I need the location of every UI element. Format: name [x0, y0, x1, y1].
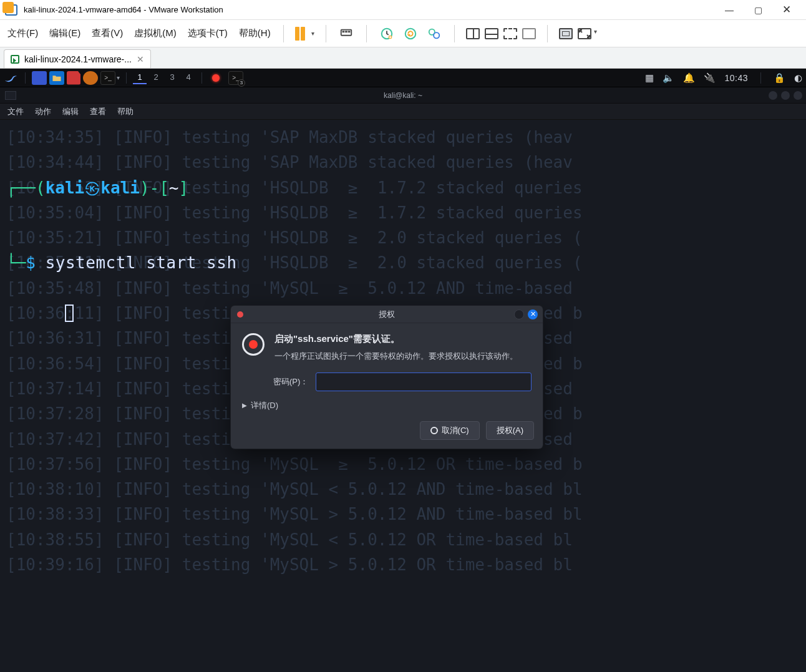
- term-menu-view[interactable]: 查看: [90, 106, 106, 117]
- cancel-button[interactable]: 取消(C): [420, 421, 480, 440]
- prompt-line-2: └─$ systemctl start ssh: [6, 250, 800, 275]
- workspace-1[interactable]: 1: [133, 72, 147, 84]
- workspace-overview-icon[interactable]: ▦: [645, 72, 654, 84]
- volume-icon[interactable]: 🔈: [663, 72, 674, 84]
- lock-icon[interactable]: 🔒: [774, 72, 785, 84]
- kali-panel: >_ ▾ 1 2 3 4 >_ 3 ▦ 🔈 🔔 🔌 10:43 🔒 ◐: [0, 69, 806, 87]
- notifications-icon[interactable]: 🔔: [683, 72, 695, 84]
- terminal-close-button[interactable]: [794, 91, 802, 100]
- send-ctrl-alt-del-button[interactable]: [337, 25, 355, 42]
- toolbar-separator: [283, 25, 284, 42]
- view-unity-button[interactable]: [522, 28, 536, 39]
- cancel-label: 取消(C): [442, 425, 469, 436]
- launcher-terminal[interactable]: >_: [100, 71, 115, 85]
- host-minimize-button[interactable]: —: [715, 0, 744, 20]
- menu-view[interactable]: 查看(V): [90, 25, 124, 42]
- display-toolbar-group: ▾: [559, 28, 597, 39]
- toolbar-separator: [454, 25, 455, 42]
- term-menu-actions[interactable]: 动作: [35, 106, 51, 117]
- svg-rect-1: [342, 31, 344, 32]
- svg-rect-2: [345, 31, 347, 32]
- guest-viewport: >_ ▾ 1 2 3 4 >_ 3 ▦ 🔈 🔔 🔌 10:43 🔒 ◐ kali…: [0, 69, 806, 672]
- dialog-heading: 启动"ssh.service"需要认证。: [274, 333, 518, 345]
- menu-help[interactable]: 帮助(H): [238, 25, 272, 42]
- term-menu-edit[interactable]: 编辑: [62, 106, 79, 117]
- vm-tab-kali[interactable]: kali-linux-2024.1-vmware-... ✕: [4, 49, 151, 68]
- menu-edit[interactable]: 编辑(E): [48, 25, 82, 42]
- launcher-firefox[interactable]: [83, 71, 98, 85]
- terminal-titlebar[interactable]: kali@kali: ~: [0, 87, 806, 104]
- enter-fullscreen-button[interactable]: [559, 28, 573, 39]
- cancel-ring-icon: [430, 427, 438, 434]
- chevron-right-icon: ▶: [242, 402, 247, 409]
- display-dropdown-icon[interactable]: ▾: [594, 28, 597, 39]
- kali-menu-icon[interactable]: [4, 72, 19, 84]
- details-toggle[interactable]: ▶ 详情(D): [231, 394, 543, 417]
- terminal-cursor: [65, 304, 74, 322]
- manage-snapshots-button[interactable]: [425, 25, 443, 42]
- task-terminal-window[interactable]: >_ 3: [228, 71, 243, 85]
- dialog-titlebar[interactable]: 授权 ✕: [231, 306, 543, 323]
- svg-rect-3: [347, 31, 350, 32]
- menu-vm[interactable]: 虚拟机(M): [133, 25, 178, 42]
- menu-tabs[interactable]: 选项卡(T): [187, 25, 229, 42]
- launcher-files[interactable]: [49, 71, 64, 85]
- record-icon: [212, 74, 220, 82]
- workspace-3[interactable]: 3: [165, 72, 179, 84]
- revert-snapshot-button[interactable]: [402, 25, 419, 42]
- term-menu-file[interactable]: 文件: [7, 106, 24, 117]
- vm-tab-bar: kali-linux-2024.1-vmware-... ✕: [0, 47, 806, 69]
- launcher-activities[interactable]: [32, 71, 47, 85]
- recording-indicator[interactable]: [212, 74, 220, 82]
- vmware-menu-bar: 文件(F) 编辑(E) 查看(V) 虚拟机(M) 选项卡(T) 帮助(H) ▾: [0, 20, 806, 47]
- typed-command: systemctl start ssh: [46, 253, 237, 272]
- power-dropdown-icon[interactable]: ▾: [311, 30, 314, 37]
- host-close-button[interactable]: ✕: [772, 0, 801, 20]
- vm-tab-close-button[interactable]: ✕: [137, 54, 144, 64]
- dialog-subtext: 一个程序正试图执行一个需要特权的动作。要求授权以执行该动作。: [274, 350, 518, 363]
- dialog-close-button[interactable]: ✕: [528, 309, 538, 319]
- details-label: 详情(D): [251, 400, 278, 411]
- toolbar-separator: [326, 25, 326, 42]
- host-maximize-button[interactable]: ▢: [744, 0, 772, 20]
- clock[interactable]: 10:43: [724, 73, 748, 83]
- terminal-minimize-button[interactable]: [769, 91, 777, 100]
- prompt-line-1: ┌──(kali㉿kali)-[~]: [6, 175, 800, 200]
- dialog-minimize-button[interactable]: [514, 309, 524, 319]
- polkit-auth-dialog: 授权 ✕ 启动"ssh.service"需要认证。 一个程序正试图执行一个需要特…: [231, 306, 543, 449]
- svg-point-6: [405, 28, 415, 39]
- auth-warning-icon: [242, 333, 265, 356]
- dialog-title: 授权: [379, 309, 395, 320]
- chevron-down-icon[interactable]: ▾: [117, 74, 120, 81]
- term-menu-help[interactable]: 帮助: [117, 106, 134, 117]
- terminal-title: kali@kali: ~: [384, 91, 422, 100]
- view-toolbar-group: [466, 28, 536, 39]
- password-label: 密码(P)：: [242, 376, 308, 387]
- terminal-maximize-button[interactable]: [781, 91, 790, 100]
- view-fullscreen-button[interactable]: [503, 28, 517, 39]
- snapshot-toolbar-group: [378, 25, 443, 42]
- host-window-title: kali-linux-2024.1-vmware-amd64 - VMware …: [24, 5, 223, 14]
- vmware-logo-icon: [5, 4, 17, 16]
- vm-running-icon: [11, 55, 19, 64]
- cycle-display-button[interactable]: [578, 28, 591, 39]
- toolbar-separator: [366, 25, 367, 42]
- view-console-button[interactable]: [485, 28, 498, 39]
- terminal-window-buttons: [769, 91, 802, 100]
- authorize-label: 授权(A): [497, 425, 523, 436]
- kali-tray: ▦ 🔈 🔔 🔌 10:43 🔒 ◐: [645, 72, 802, 84]
- vm-tab-label: kali-linux-2024.1-vmware-...: [24, 54, 132, 64]
- launcher-text-editor[interactable]: [67, 71, 80, 85]
- pause-vm-button[interactable]: [295, 27, 305, 41]
- power-icon[interactable]: 🔌: [704, 72, 716, 84]
- workspace-4[interactable]: 4: [182, 72, 195, 84]
- session-menu-icon[interactable]: ◐: [794, 72, 802, 84]
- authorize-button[interactable]: 授权(A): [486, 421, 534, 440]
- password-input[interactable]: [316, 373, 532, 391]
- dialog-app-icon: [237, 311, 243, 318]
- workspace-2[interactable]: 2: [149, 72, 163, 84]
- menu-file[interactable]: 文件(F): [6, 25, 39, 42]
- view-single-button[interactable]: [466, 28, 480, 39]
- host-window-titlebar: kali-linux-2024.1-vmware-amd64 - VMware …: [0, 0, 806, 20]
- take-snapshot-button[interactable]: [378, 25, 396, 42]
